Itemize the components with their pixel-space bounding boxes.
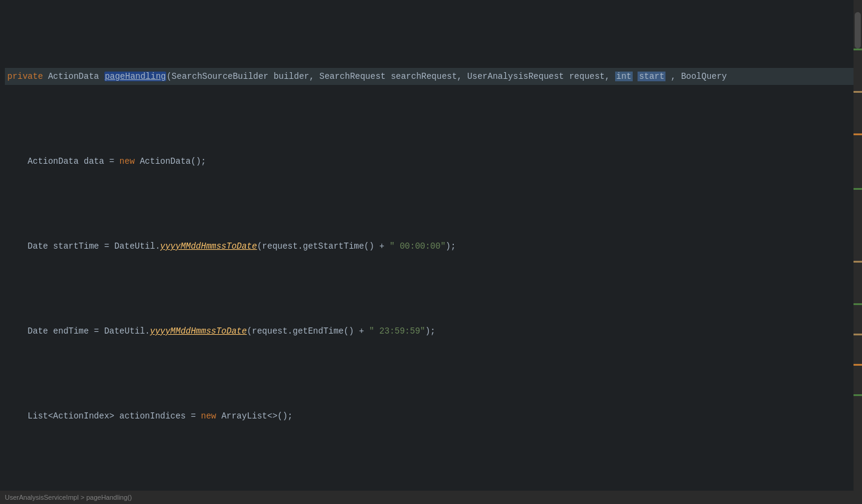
scroll-marker-2 <box>854 91 862 93</box>
scroll-marker-9 <box>854 394 862 396</box>
status-text: UserAnalysisServiceImpl > pageHandling() <box>5 494 132 501</box>
code-lines: private ActionData pageHandling(SearchSo… <box>0 0 862 504</box>
status-bar: UserAnalysisServiceImpl > pageHandling() <box>0 491 862 504</box>
code-line-5: List<ActionIndex> actionIndices = new Ar… <box>5 408 862 425</box>
scroll-marker-3 <box>854 133 862 135</box>
scroll-marker-1 <box>854 49 862 50</box>
code-line-2: ActionData data = new ActionData(); <box>5 153 862 170</box>
code-line-4: Date endTime = DateUtil.yyyyMMddHmmssToD… <box>5 323 862 340</box>
scrollbar[interactable] <box>854 0 862 504</box>
scroll-marker-8 <box>854 364 862 366</box>
code-line-1: private ActionData pageHandling(SearchSo… <box>5 68 862 85</box>
scroll-marker-7 <box>854 334 862 335</box>
code-line-3: Date startTime = DateUtil.yyyyMMddHmmssT… <box>5 238 862 255</box>
scroll-marker-4 <box>854 188 862 190</box>
code-editor: private ActionData pageHandling(SearchSo… <box>0 0 862 504</box>
scroll-marker-6 <box>854 303 862 305</box>
scroll-marker-5 <box>854 261 862 263</box>
scroll-thumb[interactable] <box>855 12 861 49</box>
